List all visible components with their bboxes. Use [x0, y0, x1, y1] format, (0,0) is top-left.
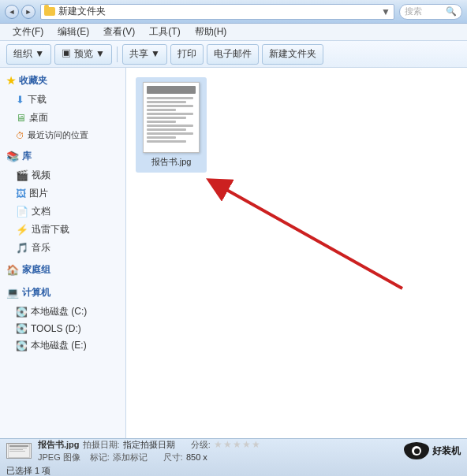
star-5[interactable]: ★ — [252, 439, 260, 450]
sidebar-item-d-drive[interactable]: 💽 TOOLS (D:) — [0, 321, 125, 337]
status-size-label: 尺寸: — [163, 452, 183, 463]
sidebar-item-e-drive[interactable]: 💽 本地磁盘 (E:) — [0, 337, 125, 355]
file-item-report[interactable]: 报告书.jpg — [136, 77, 207, 173]
thumb-line-2 — [147, 101, 186, 103]
status-tags-value: 添加标记 — [113, 452, 148, 463]
forward-icon: ► — [25, 8, 32, 16]
address-text: 新建文件夹 — [58, 5, 106, 18]
sidebar-item-recent[interactable]: ⏱ 最近访问的位置 — [0, 127, 125, 143]
thumb-line-3 — [147, 105, 193, 107]
status-thumbnail — [6, 443, 32, 459]
star-4[interactable]: ★ — [242, 439, 251, 450]
menu-bar: 文件(F) 编辑(E) 查看(V) 工具(T) 帮助(H) — [0, 24, 467, 41]
thunder-icon: ⚡ — [16, 224, 28, 236]
status-rating-label: 分级: — [191, 439, 211, 451]
sidebar-item-c-drive[interactable]: 💽 本地磁盘 (C:) — [0, 303, 125, 321]
sidebar-item-video[interactable]: 🎬 视频 — [0, 166, 125, 184]
file-name: 报告书.jpg — [151, 156, 192, 168]
computer-section: 💻 计算机 💽 本地磁盘 (C:) 💽 TOOLS (D:) 💽 本地磁盘 (E… — [0, 283, 125, 355]
status-capture-value: 指定拍摄日期 — [123, 439, 175, 451]
status-size-value: 850 x — [186, 452, 207, 462]
status-bar: 报告书.jpg 拍摄日期: 指定拍摄日期 分级: ★ ★ ★ ★ ★ JPEG … — [0, 438, 467, 476]
sidebar-item-document[interactable]: 📄 文档 — [0, 203, 125, 221]
homegroup-header[interactable]: 🏠 家庭组 — [0, 260, 125, 280]
doc-icon: 📄 — [16, 206, 28, 218]
computer-label: 计算机 — [22, 286, 50, 299]
file-area[interactable]: 报告书.jpg — [126, 68, 467, 438]
status-tags-label: 标记: — [90, 452, 110, 463]
libraries-icon: 📚 — [6, 151, 19, 162]
music-label: 音乐 — [32, 241, 50, 255]
star-3[interactable]: ★ — [233, 439, 241, 450]
new-folder-button[interactable]: 新建文件夹 — [262, 44, 323, 65]
thumb-line-6 — [147, 117, 186, 119]
e-drive-label: 本地磁盘 (E:) — [31, 339, 87, 352]
email-button[interactable]: 电子邮件 — [207, 44, 259, 65]
c-drive-icon: 💽 — [16, 307, 28, 318]
share-button[interactable]: 共享 ▼ — [122, 44, 167, 65]
address-dropdown[interactable]: ▼ — [381, 6, 390, 17]
back-icon: ◄ — [9, 8, 16, 16]
sidebar-item-music[interactable]: 🎵 音乐 — [0, 239, 125, 257]
watermark-container: 好装机 — [404, 442, 461, 459]
sidebar-item-desktop[interactable]: 🖥 桌面 — [0, 109, 125, 127]
forward-button[interactable]: ► — [21, 5, 35, 19]
favorites-label: 收藏夹 — [19, 74, 47, 87]
favorites-section: ★ 收藏夹 ⬇ 下载 🖥 桌面 ⏱ 最近访问的位置 — [0, 71, 125, 143]
back-button[interactable]: ◄ — [5, 5, 19, 19]
computer-header[interactable]: 💻 计算机 — [0, 283, 125, 303]
e-drive-icon: 💽 — [16, 340, 28, 351]
star-2[interactable]: ★ — [223, 439, 232, 450]
image-icon: 🖼 — [16, 188, 26, 199]
watermark-text: 好装机 — [432, 444, 461, 458]
d-drive-label: TOOLS (D:) — [31, 323, 81, 334]
search-box[interactable]: 搜索 🔍 — [399, 4, 462, 20]
menu-tools[interactable]: 工具(T) — [143, 24, 186, 40]
main-area: ★ 收藏夹 ⬇ 下载 🖥 桌面 ⏱ 最近访问的位置 📚 库 🎬 — [0, 68, 467, 438]
organize-button[interactable]: 组织 ▼ — [6, 44, 51, 65]
selection-info: 已选择 1 项 — [6, 465, 50, 477]
toolbar-divider-1 — [117, 46, 118, 62]
svg-line-1 — [217, 184, 402, 288]
desktop-icon: 🖥 — [16, 112, 26, 124]
selection-label: 已选择 1 项 — [6, 466, 50, 475]
email-label: 电子邮件 — [214, 47, 252, 61]
print-label: 打印 — [177, 47, 196, 61]
share-label: 共享 ▼ — [129, 47, 160, 61]
computer-icon: 💻 — [6, 287, 19, 299]
star-1[interactable]: ★ — [214, 439, 222, 450]
preview-button[interactable]: ▣ 预览 ▼ — [54, 44, 112, 65]
sidebar-item-image[interactable]: 🖼 图片 — [0, 184, 125, 203]
address-bar[interactable]: 新建文件夹 ▼ — [40, 4, 394, 20]
toolbar: 组织 ▼ ▣ 预览 ▼ 共享 ▼ 打印 电子邮件 新建文件夹 — [0, 41, 467, 68]
thumb-line-8 — [147, 125, 193, 127]
status-filename: 报告书.jpg — [38, 439, 80, 451]
recent-icon: ⏱ — [16, 131, 24, 140]
download-label: 下载 — [28, 93, 47, 106]
star-rating[interactable]: ★ ★ ★ ★ ★ — [214, 439, 260, 450]
new-folder-label: 新建文件夹 — [269, 47, 316, 61]
print-button[interactable]: 打印 — [170, 44, 204, 65]
d-drive-icon: 💽 — [16, 323, 28, 334]
thumb-line-12 — [147, 140, 186, 143]
image-label: 图片 — [29, 187, 48, 200]
video-icon: 🎬 — [16, 169, 28, 181]
favorites-star-icon: ★ — [6, 75, 16, 87]
favorites-header[interactable]: ★ 收藏夹 — [0, 71, 125, 91]
libraries-header[interactable]: 📚 库 — [0, 147, 125, 166]
recent-label: 最近访问的位置 — [28, 129, 88, 141]
menu-edit[interactable]: 编辑(E) — [51, 24, 95, 40]
sidebar-item-thunder[interactable]: ⚡ 迅雷下载 — [0, 221, 125, 239]
eye-icon — [404, 442, 429, 459]
libraries-section: 📚 库 🎬 视频 🖼 图片 📄 文档 ⚡ 迅雷下载 🎵 音乐 — [0, 147, 125, 257]
folder-icon — [44, 7, 55, 16]
thumb-line-9 — [147, 128, 186, 131]
homegroup-section: 🏠 家庭组 — [0, 260, 125, 280]
sidebar-item-download[interactable]: ⬇ 下载 — [0, 91, 125, 109]
thumb-line-1 — [147, 97, 193, 99]
status-filetype: JPEG 图像 — [38, 452, 80, 463]
menu-view[interactable]: 查看(V) — [97, 24, 141, 40]
organize-label: 组织 ▼ — [13, 47, 44, 61]
menu-help[interactable]: 帮助(H) — [189, 24, 234, 40]
menu-file[interactable]: 文件(F) — [6, 24, 50, 40]
